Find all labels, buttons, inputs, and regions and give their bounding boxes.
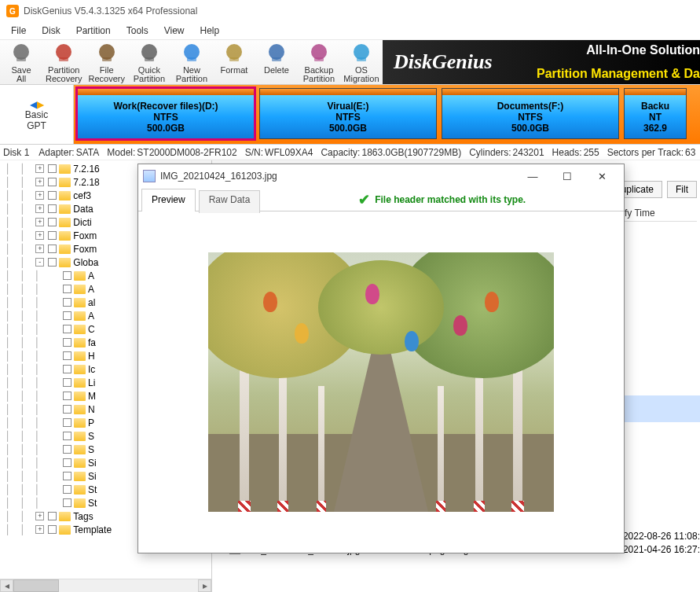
svg-rect-15 xyxy=(314,57,324,61)
folder-icon xyxy=(74,311,86,321)
minimize-button[interactable]: — xyxy=(515,165,550,187)
expand-icon[interactable]: + xyxy=(35,525,44,534)
folder-icon xyxy=(74,485,86,495)
checkbox[interactable] xyxy=(48,231,57,240)
checkbox[interactable] xyxy=(48,525,57,534)
menu-disk[interactable]: Disk xyxy=(34,24,68,38)
svg-rect-13 xyxy=(272,57,281,61)
checkbox[interactable] xyxy=(48,258,57,267)
partition-block[interactable]: Documents(F:)NTFS500.0GB xyxy=(442,88,619,139)
expand-icon[interactable]: + xyxy=(35,218,44,226)
checkbox[interactable] xyxy=(63,472,71,480)
scroll-right-icon[interactable]: ▸ xyxy=(198,579,211,592)
checkbox[interactable] xyxy=(63,338,71,347)
menu-file[interactable]: File xyxy=(3,24,34,38)
os-migration-button[interactable]: OSMigration xyxy=(340,39,383,85)
checkbox[interactable] xyxy=(63,378,71,387)
folder-icon xyxy=(74,298,86,307)
menu-help[interactable]: Help xyxy=(192,24,228,38)
quick-partition-button[interactable]: QuickPartition xyxy=(128,39,170,85)
checkbox[interactable] xyxy=(63,432,71,440)
scroll-thumb[interactable] xyxy=(13,579,59,592)
checkbox[interactable] xyxy=(63,325,71,333)
menu-partition[interactable]: Partition xyxy=(68,24,119,38)
expand-icon[interactable]: + xyxy=(35,512,44,520)
svg-rect-5 xyxy=(102,57,112,61)
expand-icon[interactable]: + xyxy=(35,231,44,240)
checkbox[interactable] xyxy=(63,271,71,280)
partition-block[interactable]: Work(Recover files)(D:)NTFS500.0GB xyxy=(77,88,255,139)
checkbox[interactable] xyxy=(63,405,71,414)
folder-icon xyxy=(74,325,86,334)
checkbox[interactable] xyxy=(48,245,57,253)
tree-label: H xyxy=(88,351,95,362)
delete-icon xyxy=(264,41,289,66)
checkbox[interactable] xyxy=(48,204,57,213)
disk-type-label: BasicGPT xyxy=(25,110,48,131)
svg-rect-17 xyxy=(357,57,366,61)
preview-title: IMG_20210424_161203.jpg xyxy=(160,171,515,182)
checkbox[interactable] xyxy=(48,191,57,200)
close-button[interactable]: ✕ xyxy=(585,165,619,187)
folder-icon xyxy=(59,512,71,521)
checkbox[interactable] xyxy=(63,311,71,320)
checkbox[interactable] xyxy=(63,392,71,400)
expand-icon[interactable]: + xyxy=(35,245,44,253)
partition-recovery-button[interactable]: PartitionRecovery xyxy=(42,39,85,85)
preview-window[interactable]: IMG_20210424_161203.jpg — ☐ ✕ Preview Ra… xyxy=(137,164,625,553)
delete-button[interactable]: Delete xyxy=(255,39,298,85)
folder-icon xyxy=(59,164,71,174)
expand-icon[interactable]: + xyxy=(35,204,44,213)
checkbox[interactable] xyxy=(63,498,71,507)
checkbox[interactable] xyxy=(48,512,57,520)
maximize-button[interactable]: ☐ xyxy=(550,165,585,187)
checkbox[interactable] xyxy=(48,178,57,186)
checkbox[interactable] xyxy=(63,458,71,467)
partition-block[interactable]: Virual(E:)NTFS500.0GB xyxy=(259,88,437,139)
save-all-icon xyxy=(9,41,34,66)
tree-label: cef3 xyxy=(73,190,91,201)
tab-preview[interactable]: Preview xyxy=(141,189,196,211)
info-value: 1863.0GB(1907729MB) xyxy=(361,147,461,158)
disk-nav[interactable]: ◀▶ BasicGPT xyxy=(0,85,74,144)
format-button[interactable]: Format xyxy=(213,39,255,85)
tree-label: Ic xyxy=(88,364,95,375)
scroll-left-icon[interactable]: ◂ xyxy=(0,579,13,592)
folder-icon xyxy=(59,204,71,214)
checkbox[interactable] xyxy=(63,445,71,454)
file-recovery-button[interactable]: FileRecovery xyxy=(85,39,127,85)
preview-titlebar[interactable]: IMG_20210424_161203.jpg — ☐ ✕ xyxy=(138,164,624,188)
menu-tools[interactable]: Tools xyxy=(119,24,156,38)
checkbox[interactable] xyxy=(48,164,57,173)
expand-icon[interactable]: + xyxy=(35,164,44,173)
folder-icon xyxy=(74,378,86,388)
tree-hscrollbar[interactable]: ◂ ▸ xyxy=(0,579,211,592)
menu-view[interactable]: View xyxy=(156,24,192,38)
expand-icon[interactable]: + xyxy=(35,178,44,186)
save-all-button[interactable]: SaveAll xyxy=(0,39,42,85)
tree-label: Globa xyxy=(73,257,98,268)
expand-icon[interactable]: + xyxy=(35,191,44,200)
nav-arrows-icon[interactable]: ◀▶ xyxy=(30,97,44,110)
collapse-icon[interactable]: - xyxy=(35,258,44,267)
checkbox[interactable] xyxy=(63,485,71,494)
tab-raw-data[interactable]: Raw Data xyxy=(199,190,261,213)
os-migration-icon xyxy=(349,41,374,66)
filter-button[interactable]: Filt xyxy=(667,181,697,198)
checkbox[interactable] xyxy=(63,418,71,427)
folder-icon xyxy=(59,178,71,187)
checkbox[interactable] xyxy=(63,298,71,307)
checkbox[interactable] xyxy=(48,218,57,226)
info-value: 243201 xyxy=(513,147,544,158)
image-file-icon xyxy=(143,170,156,182)
checkbox[interactable] xyxy=(63,351,71,360)
tree-label: S xyxy=(88,431,94,442)
toolbar: SaveAllPartitionRecoveryFileRecoveryQuic… xyxy=(0,39,700,85)
checkbox[interactable] xyxy=(63,285,71,293)
new-partition-button[interactable]: NewPartition xyxy=(170,39,213,85)
backup-partition-button[interactable]: BackupPartition xyxy=(298,39,340,85)
checkbox[interactable] xyxy=(63,365,71,373)
partition-block[interactable]: BackuNT362.9 xyxy=(624,88,687,139)
tree-label: 7.2.16 xyxy=(73,164,99,175)
tree-label: Si xyxy=(88,458,97,469)
